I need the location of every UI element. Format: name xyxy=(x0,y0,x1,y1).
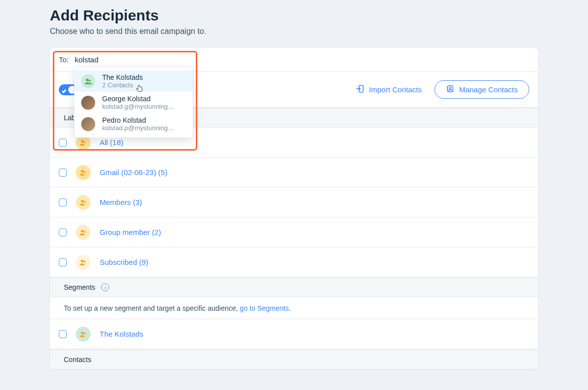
label-row[interactable]: Group member (2) xyxy=(50,217,538,247)
check-icon xyxy=(61,87,67,96)
svg-point-11 xyxy=(84,171,86,173)
checkbox[interactable] xyxy=(59,198,67,206)
svg-point-4 xyxy=(449,87,451,89)
group-icon xyxy=(76,327,91,342)
import-contacts-label: Import Contacts xyxy=(369,85,422,94)
autocomplete-item-sub: kolstad.g@mystunning… xyxy=(102,103,186,110)
autocomplete-item-sub: 2 Contacts xyxy=(102,81,186,89)
label-row[interactable]: Members (3) xyxy=(50,188,538,217)
autocomplete-item[interactable]: The Kolstads 2 Contacts xyxy=(74,70,193,92)
svg-point-9 xyxy=(84,141,86,143)
group-icon xyxy=(81,74,95,88)
import-contacts-button[interactable]: Import Contacts xyxy=(355,84,422,95)
contacts-icon xyxy=(446,85,454,94)
svg-point-16 xyxy=(81,259,83,262)
avatar xyxy=(81,96,95,110)
go-to-segments-link[interactable]: go to Segments xyxy=(240,304,289,312)
page-subtitle: Choose who to send this email campaign t… xyxy=(50,27,538,36)
people-icon xyxy=(76,165,91,180)
label-row[interactable]: Gmail (02-06-23) (5) xyxy=(50,158,538,188)
page-title: Add Recipients xyxy=(50,7,538,24)
segments-blurb-suffix: . xyxy=(289,304,291,312)
checkbox[interactable] xyxy=(59,330,67,338)
manage-contacts-label: Manage Contacts xyxy=(459,85,518,94)
section-header-text: Segments xyxy=(64,283,95,291)
segments-blurb-row: To set up a new segment and target a spe… xyxy=(50,297,538,319)
segment-name[interactable]: The Kolstads xyxy=(100,330,144,338)
info-icon[interactable]: i xyxy=(101,283,109,291)
autocomplete-item-title: George Kolstad xyxy=(102,95,186,103)
section-header-text: Contacts xyxy=(64,356,91,364)
label-name[interactable]: Gmail (02-06-23) (5) xyxy=(100,168,167,177)
to-label: To: xyxy=(59,55,69,64)
autocomplete-item-sub: kolstad.p@mystunning… xyxy=(102,124,186,132)
section-header-contacts: Contacts xyxy=(50,349,538,369)
checkbox[interactable] xyxy=(59,258,67,266)
section-header-segments: Segments i xyxy=(50,277,538,297)
avatar xyxy=(81,117,95,131)
autocomplete-item-title: Pedro Kolstad xyxy=(102,116,186,124)
svg-point-13 xyxy=(84,200,86,202)
svg-point-14 xyxy=(81,229,83,232)
people-icon xyxy=(76,195,91,210)
svg-point-18 xyxy=(81,331,83,334)
people-icon xyxy=(76,225,91,240)
svg-point-10 xyxy=(81,170,83,172)
svg-point-17 xyxy=(84,260,86,262)
manage-contacts-button[interactable]: Manage Contacts xyxy=(435,80,529,99)
autocomplete-item-title: The Kolstads xyxy=(102,73,186,81)
label-name[interactable]: Subscribed (9) xyxy=(100,258,148,266)
people-icon xyxy=(76,255,91,270)
svg-point-8 xyxy=(81,140,83,142)
svg-point-15 xyxy=(84,230,86,232)
segments-blurb-prefix: To set up a new segment and target a spe… xyxy=(64,304,240,312)
svg-point-0 xyxy=(86,78,88,81)
autocomplete-item[interactable]: Pedro Kolstad kolstad.p@mystunning… xyxy=(74,113,193,135)
section-header-text: Lab xyxy=(64,114,75,122)
label-row[interactable]: Subscribed (9) xyxy=(50,247,538,277)
import-icon xyxy=(355,84,364,95)
svg-point-19 xyxy=(84,332,86,334)
checkbox[interactable] xyxy=(59,228,67,236)
checkbox[interactable] xyxy=(59,169,67,177)
svg-point-12 xyxy=(81,199,83,202)
recipients-panel: To: The Kolstads 2 Contacts xyxy=(50,48,538,369)
svg-point-1 xyxy=(89,79,91,81)
label-name[interactable]: Group member (2) xyxy=(100,228,161,236)
label-name[interactable]: All (18) xyxy=(100,138,124,147)
autocomplete-item[interactable]: George Kolstad kolstad.g@mystunning… xyxy=(74,92,193,113)
label-name[interactable]: Members (3) xyxy=(100,198,142,206)
checkbox[interactable] xyxy=(59,139,67,147)
autocomplete-dropdown: The Kolstads 2 Contacts George Kolstad k… xyxy=(74,67,193,138)
segment-row[interactable]: The Kolstads xyxy=(50,319,538,349)
